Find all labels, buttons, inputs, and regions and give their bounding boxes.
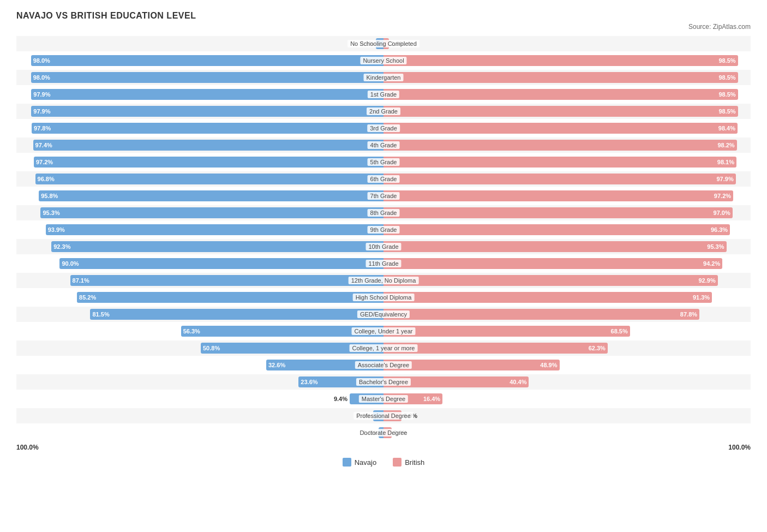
british-value: 98.5% <box>718 91 735 98</box>
chart-row: 56.3%68.5%College, Under 1 year <box>16 324 751 339</box>
chart-row: 97.9%98.5%1st Grade <box>16 87 751 102</box>
navajo-value: 81.5% <box>92 311 109 318</box>
british-color-swatch <box>393 458 402 467</box>
british-value: 98.5% <box>718 57 735 64</box>
education-label: 3rd Grade <box>367 124 400 132</box>
navajo-value: 23.6% <box>301 379 317 385</box>
education-label: Associate's Degree <box>355 361 412 369</box>
navajo-bar: 97.8% <box>32 123 384 134</box>
chart-title: NAVAJO VS BRITISH EDUCATION LEVEL <box>16 11 751 21</box>
british-value: 62.3% <box>589 345 606 351</box>
chart-row: 2.9%5.0%Professional Degree <box>16 408 751 423</box>
navajo-value: 97.2% <box>36 159 53 165</box>
navajo-value: 97.4% <box>35 142 52 148</box>
navajo-value: 97.9% <box>33 91 50 98</box>
education-label: Nursery School <box>360 57 406 64</box>
education-label: Bachelor's Degree <box>356 378 411 386</box>
education-label: 4th Grade <box>368 141 400 149</box>
british-value: 98.1% <box>717 159 734 165</box>
british-value: 98.5% <box>718 74 735 81</box>
education-label: Doctorate Degree <box>357 429 410 437</box>
chart-row: 92.3%95.3%10th Grade <box>16 239 751 254</box>
chart-row: 97.9%98.5%2nd Grade <box>16 104 751 119</box>
education-label: 6th Grade <box>368 175 400 183</box>
education-label: 2nd Grade <box>367 107 400 115</box>
british-legend-label: British <box>405 458 424 467</box>
chart-row: 87.1%92.9%12th Grade, No Diploma <box>16 273 751 288</box>
navajo-legend-label: Navajo <box>355 458 376 467</box>
education-label: 5th Grade <box>368 158 400 166</box>
chart-row: 1.4%2.2%Doctorate Degree <box>16 425 751 440</box>
british-value: 40.4% <box>510 379 526 385</box>
navajo-bar: 97.9% <box>31 89 384 100</box>
british-value: 68.5% <box>611 328 628 334</box>
british-bar: 98.4% <box>384 123 738 134</box>
british-bar: 96.3% <box>384 224 730 235</box>
navajo-bar: 93.9% <box>46 224 384 235</box>
chart-row: 23.6%40.4%Bachelor's Degree <box>16 374 751 390</box>
education-label: 7th Grade <box>368 192 400 200</box>
navajo-bar: 95.8% <box>39 190 384 201</box>
british-bar: 98.5% <box>384 106 738 117</box>
education-label: Master's Degree <box>359 395 408 403</box>
navajo-bar: 98.0% <box>31 55 384 66</box>
british-value: 97.2% <box>714 193 731 199</box>
navajo-value: 87.1% <box>73 277 89 284</box>
navajo-value: 98.0% <box>33 57 50 64</box>
axis-left-label: 100.0% <box>16 444 39 451</box>
navajo-bar: 81.5% <box>90 309 384 320</box>
navajo-color-swatch <box>343 458 351 467</box>
british-bar: 97.9% <box>384 174 736 184</box>
navajo-bar: 95.3% <box>40 207 384 218</box>
chart-row: 50.8%62.3%College, 1 year or more <box>16 340 751 356</box>
education-label: College, 1 year or more <box>350 344 418 352</box>
navajo-bar: 96.8% <box>35 174 384 184</box>
navajo-value: 85.2% <box>79 294 96 301</box>
navajo-value: 95.8% <box>41 193 58 199</box>
british-bar: 98.5% <box>384 55 738 66</box>
chart-row: 32.6%48.9%Associate's Degree <box>16 357 751 373</box>
british-value: 98.5% <box>718 108 735 115</box>
education-label: 12th Grade, No Diploma <box>349 277 419 284</box>
navajo-value: 90.0% <box>62 260 79 267</box>
navajo-value: 56.3% <box>183 328 200 334</box>
chart-row: 97.8%98.4%3rd Grade <box>16 121 751 136</box>
british-value: 97.9% <box>716 176 733 182</box>
navajo-value-outside: 9.4% <box>334 396 347 402</box>
british-value: 97.0% <box>714 210 730 216</box>
chart-row: 98.0%98.5%Nursery School <box>16 53 751 68</box>
british-value: 98.2% <box>717 142 734 148</box>
british-bar: 91.3% <box>384 292 712 303</box>
chart-row: 85.2%91.3%High School Diploma <box>16 290 751 305</box>
british-bar: 94.2% <box>384 258 722 269</box>
education-label: College, Under 1 year <box>351 327 415 335</box>
british-bar: 97.0% <box>384 207 733 218</box>
chart-container: 2.1%1.5%No Schooling Completed98.0%98.5%… <box>16 36 751 440</box>
british-value: 92.9% <box>699 277 716 284</box>
chart-row: 95.8%97.2%7th Grade <box>16 188 751 204</box>
navajo-bar: 97.9% <box>31 106 384 117</box>
british-bar: 98.1% <box>384 157 736 168</box>
british-bar: 98.2% <box>384 140 737 151</box>
navajo-value: 97.8% <box>34 125 51 131</box>
navajo-bar: 85.2% <box>77 292 384 303</box>
legend-british: British <box>393 458 424 467</box>
education-label: GED/Equivalency <box>357 310 410 318</box>
education-label: 8th Grade <box>368 209 400 217</box>
chart-row: 97.4%98.2%4th Grade <box>16 138 751 153</box>
british-value: 16.4% <box>423 396 440 402</box>
navajo-value: 93.9% <box>48 226 65 233</box>
navajo-value: 97.9% <box>33 108 50 115</box>
navajo-bar: 97.4% <box>33 140 384 151</box>
british-value: 94.2% <box>703 260 720 267</box>
chart-row: 90.0%94.2%11th Grade <box>16 256 751 271</box>
education-label: 10th Grade <box>365 243 401 250</box>
chart-row: 96.8%97.9%6th Grade <box>16 171 751 187</box>
british-value: 87.8% <box>680 311 697 318</box>
chart-row: 97.2%98.1%5th Grade <box>16 154 751 170</box>
british-bar: 97.2% <box>384 190 733 201</box>
education-label: 11th Grade <box>365 260 401 267</box>
navajo-value: 50.8% <box>203 345 220 351</box>
legend: Navajo British <box>16 458 751 467</box>
british-value: 96.3% <box>711 226 728 233</box>
